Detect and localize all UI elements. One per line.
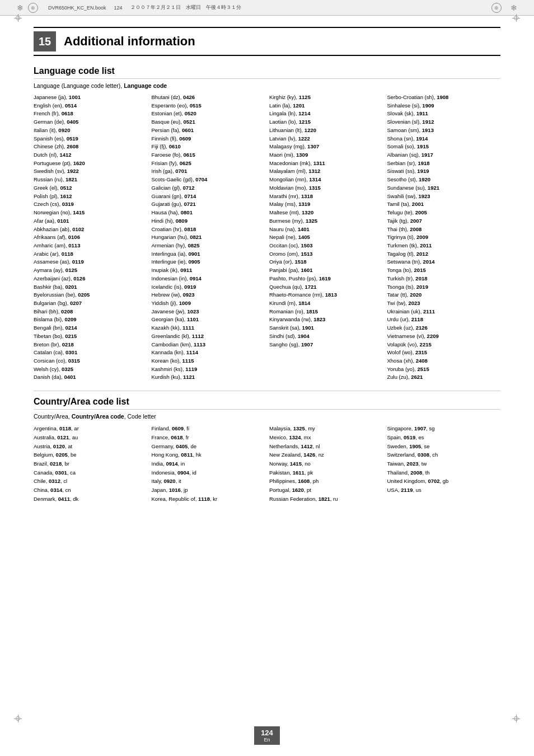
lang-item: Interlingue (ie), 0905	[152, 258, 265, 266]
lang-item: Byelorussian (be), 0205	[34, 291, 147, 299]
lang-item: Faroese (fo), 0615	[152, 151, 265, 159]
lang-item: Serbo-Croatian (sh), 1908	[387, 93, 501, 102]
lang-item: Quechua (qu), 1721	[269, 283, 383, 292]
country-item: Chile, 0312, cl	[34, 477, 147, 486]
country-col-3: Singapore, 1907, sgSpain, 0519, esSweden…	[387, 424, 501, 503]
country-item: Sweden, 1905, se	[387, 442, 501, 451]
country-item: Denmark, 0411, dk	[34, 495, 147, 504]
page-number: 124	[261, 729, 273, 737]
lang-item: Turkmen (tk), 2011	[387, 242, 501, 250]
lang-item: Indonesian (in), 0914	[152, 275, 265, 283]
country-section-subtitle: Country/Area, Country/Area code, Code le…	[34, 413, 500, 420]
lang-item: Bislama (bi), 0209	[34, 316, 147, 324]
lang-item: Lingala (ln), 1214	[269, 110, 383, 118]
lang-item: Hausa (ha), 0801	[152, 209, 265, 217]
chapter-number: 15	[34, 31, 56, 51]
lang-item: Uzbek (uz), 2126	[387, 324, 501, 332]
lang-item: Amharic (am), 0113	[34, 242, 147, 250]
lang-item: Finnish (fi), 0609	[152, 135, 265, 143]
lang-item: Hindi (hi), 0809	[152, 217, 265, 226]
lang-col-2: Kirghiz (ky), 1125Latin (la), 1201Lingal…	[269, 93, 383, 382]
country-subtitle-plain2: , Code letter	[124, 413, 156, 420]
country-item: Malaysia, 1325, my	[269, 424, 383, 433]
lang-item: Telugu (te), 2005	[387, 209, 501, 217]
country-item: United Kingdom, 0702, gb	[387, 477, 501, 486]
divider-line	[34, 391, 500, 391]
lang-item: Croatian (hr), 0818	[152, 226, 265, 234]
lang-subtitle-plain: Language (Language code letter),	[34, 82, 124, 89]
lang-item: Bulgarian (bg), 0207	[34, 299, 147, 308]
lang-item: Inupiak (ik), 0911	[152, 266, 265, 275]
country-col-1: Finland, 0609, fiFrance, 0618, frGermany…	[152, 424, 265, 503]
lang-col-0: Japanese (ja), 1001English (en), 0514Fre…	[34, 93, 147, 382]
lang-item: Bihari (bh), 0208	[34, 308, 147, 316]
country-subtitle-plain: Country/Area,	[34, 413, 72, 420]
snowflake-icon-left: ❄	[17, 3, 24, 12]
lang-item: Interlingua (ia), 0901	[152, 250, 265, 259]
lang-item: Malayalam (ml), 1312	[269, 167, 383, 176]
lang-item: Kannada (kn), 1114	[152, 349, 265, 357]
lang-item: Japanese (ja), 1001	[34, 93, 147, 102]
lang-item: Shona (sn), 1914	[387, 135, 501, 143]
page-wrapper: ❄ ⊕ DVR650HK_KC_EN.book 124 ２００７年２月２１日 水…	[0, 0, 534, 756]
lang-item: Welsh (cy), 0325	[34, 365, 147, 374]
lang-item: Armenian (hy), 0825	[152, 242, 265, 250]
lang-item: Norwegian (no), 1415	[34, 209, 147, 217]
lang-item: Czech (cs), 0319	[34, 200, 147, 209]
lang-item: Dutch (nl), 1412	[34, 151, 147, 159]
lang-item: Swedish (sv), 1922	[34, 167, 147, 176]
lang-col-1: Bhutani (dz), 0426Esperanto (eo), 0515Es…	[152, 93, 265, 382]
lang-item: Wolof (wo), 2315	[387, 349, 501, 357]
lang-item: Serbian (sr), 1918	[387, 159, 501, 168]
lang-item: Bashkir (ba), 0201	[34, 283, 147, 292]
lang-item: Twi (tw), 2023	[387, 299, 501, 308]
lang-item: Tigrinya (ti), 2009	[387, 233, 501, 242]
lang-item: Oriya (or), 1518	[269, 258, 383, 266]
lang-item: Kinyarwanda (rw), 1823	[269, 316, 383, 324]
lang-item: Sesotho (st), 1920	[387, 176, 501, 184]
lang-item: Burmese (my), 1325	[269, 217, 383, 226]
language-section-title: Language code list	[34, 66, 500, 79]
lang-item: Hebrew (iw), 0923	[152, 291, 265, 299]
country-item: Norway, 1415, no	[269, 459, 383, 468]
lang-item: Laotian (lo), 1215	[269, 118, 383, 126]
lang-item: Tagalog (tl), 2012	[387, 250, 501, 259]
lang-item: Javanese (jw), 1023	[152, 308, 265, 316]
language-section-subtitle: Language (Language code letter), Languag…	[34, 82, 500, 89]
country-col-2: Malaysia, 1325, myMexico, 1324, mxNether…	[269, 424, 383, 503]
lang-item: Panjabi (pa), 1601	[269, 266, 383, 275]
chapter-title: Additional information	[64, 34, 195, 49]
lang-item: Arabic (ar), 0118	[34, 250, 147, 259]
lang-item: Tajik (tg), 2007	[387, 217, 501, 226]
lang-item: Tatar (tt), 2020	[387, 291, 501, 299]
lang-item: Thai (th), 2008	[387, 226, 501, 234]
lang-item: Portuguese (pt), 1620	[34, 159, 147, 168]
lang-item: Samoan (sm), 1913	[387, 126, 501, 135]
top-bar-filename: DVR650HK_KC_EN.book	[48, 5, 106, 11]
lang-item: Sangho (sg), 1907	[269, 341, 383, 349]
lang-item: Macedonian (mk), 1311	[269, 159, 383, 168]
lang-item: Maltese (mt), 1320	[269, 209, 383, 217]
lang-item: Malay (ms), 1319	[269, 200, 383, 209]
corner-mark-br	[512, 715, 520, 722]
country-item: Italy, 0920, it	[152, 477, 265, 486]
country-item: Australia, 0121, au	[34, 433, 147, 442]
lang-item: Breton (br), 0218	[34, 341, 147, 349]
lang-item: Georgian (ka), 1101	[152, 316, 265, 324]
country-item: Switzerland, 0308, ch	[387, 450, 501, 459]
lang-item: Nauru (na), 1401	[269, 226, 383, 234]
country-section-title: Country/Area code list	[34, 397, 500, 410]
lang-item: Scots-Gaelic (gd), 0704	[152, 176, 265, 184]
lang-item: Albanian (sq), 1917	[387, 151, 501, 159]
lang-item: Corsican (co), 0315	[34, 357, 147, 365]
lang-item: Xhosa (xh), 2408	[387, 357, 501, 365]
top-decoration: ❄ ⊕ DVR650HK_KC_EN.book 124 ２００７年２月２１日 水…	[0, 0, 534, 16]
country-item: India, 0914, in	[152, 459, 265, 468]
country-item: Russian Federation, 1821, ru	[269, 495, 383, 504]
lang-item: Kurdish (ku), 1121	[152, 373, 265, 382]
country-item: France, 0618, fr	[152, 433, 265, 442]
lang-item: Oromo (om), 1513	[269, 250, 383, 259]
corner-mark-bl	[14, 715, 22, 722]
country-item: Taiwan, 2023, tw	[387, 459, 501, 468]
country-item: China, 0314, cn	[34, 486, 147, 495]
